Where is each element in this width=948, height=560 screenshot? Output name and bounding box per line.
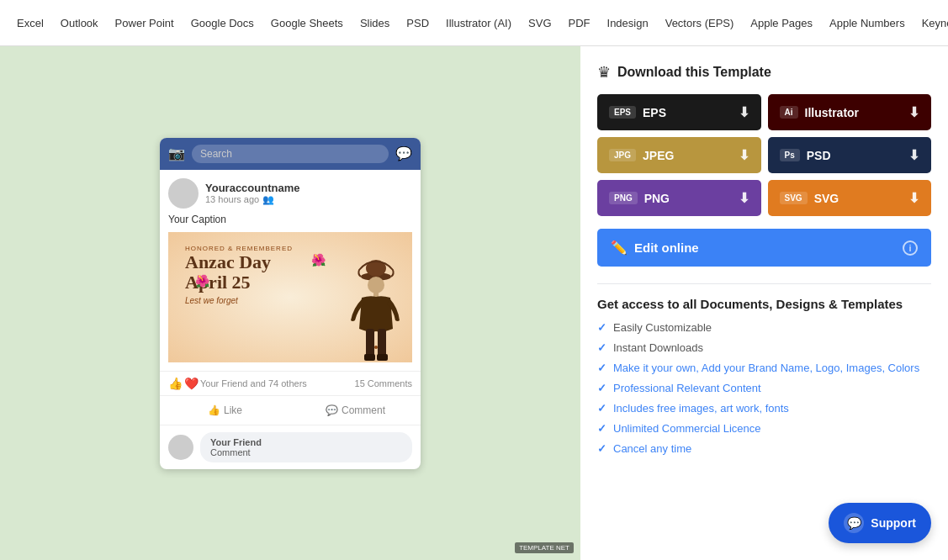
download-psd-button[interactable]: Ps PSD ⬇	[768, 137, 932, 173]
preview-area: 📷 Search 💬 Youraccountname 13 hours ago …	[0, 46, 580, 560]
nav-item-google-sheets[interactable]: Google Sheets	[262, 0, 352, 46]
check-icon: ✓	[597, 362, 606, 374]
comment-button[interactable]: 💬 Comment	[290, 399, 421, 421]
check-icon: ✓	[597, 422, 606, 435]
svg-rect-7	[377, 354, 388, 361]
fb-search[interactable]: Search	[192, 145, 389, 163]
download-icon: ⬇	[739, 190, 749, 206]
anzac-text: Honored & Remembered 🌺 Anzac Day April 2…	[185, 245, 293, 305]
nav-item-apple-numbers[interactable]: Apple Numbers	[821, 0, 914, 46]
fb-reactions: 👍 ❤️ Your Friend and 74 others 15 Commen…	[160, 371, 421, 396]
list-item: ✓ Cancel any time	[597, 442, 931, 455]
list-item: ✓ Includes free images, art work, fonts	[597, 402, 931, 415]
svg-point-8	[374, 346, 378, 349]
fb-username: Youraccountname	[205, 182, 299, 194]
check-icon: ✓	[597, 382, 606, 394]
anzac-image: Honored & Remembered 🌺 Anzac Day April 2…	[168, 232, 412, 362]
love-reaction-icon: ❤️	[184, 377, 199, 390]
right-panel: ♛ Download this Template EPS EPS ⬇ Ai Il…	[580, 46, 948, 560]
svg-point-2	[368, 277, 384, 293]
anzac-subtitle: Lest we forget	[185, 296, 293, 305]
avatar	[168, 178, 199, 209]
list-item: ✓ Professional Relevant Content	[597, 382, 931, 394]
nav-item-powerpoint[interactable]: Power Point	[107, 0, 183, 46]
list-item: ✓ Unlimited Commercial Licence	[597, 422, 931, 435]
comment-icon: 💬	[326, 404, 338, 416]
poppy-right-icon: 🌺	[311, 253, 326, 267]
nav-item-google-docs[interactable]: Google Docs	[183, 0, 262, 46]
list-item: ✓ Instant Downloads	[597, 341, 931, 354]
download-svg-button[interactable]: SVG SVG ⬇	[768, 180, 932, 216]
access-title: Get access to all Documents, Designs & T…	[597, 297, 931, 311]
list-item: ✓ Make it your own, Add your Brand Name,…	[597, 362, 931, 374]
comment-box[interactable]: Your Friend Comment	[200, 432, 412, 462]
nav-item-excel[interactable]: Excel	[8, 0, 52, 46]
like-reaction-icon: 👍	[168, 377, 183, 390]
nav-item-apple-pages[interactable]: Apple Pages	[742, 0, 821, 46]
nav-item-pdf[interactable]: PDF	[560, 0, 599, 46]
download-jpeg-button[interactable]: JPG JPEG ⬇	[597, 137, 761, 173]
nav-item-svg[interactable]: SVG	[520, 0, 559, 46]
nav-item-keynote[interactable]: Keynote	[914, 0, 948, 46]
fb-actions: 👍 Like 💬 Comment	[160, 396, 421, 425]
thumb-icon: 👍	[208, 404, 220, 416]
like-button[interactable]: 👍 Like	[160, 399, 290, 421]
divider	[597, 283, 931, 284]
download-icon: ⬇	[739, 104, 749, 120]
camera-icon: 📷	[168, 145, 185, 161]
download-eps-button[interactable]: EPS EPS ⬇	[597, 94, 761, 130]
fb-caption: Your Caption	[168, 214, 412, 225]
download-png-button[interactable]: PNG PNG ⬇	[597, 180, 761, 216]
support-button[interactable]: 💬 Support	[829, 503, 931, 543]
nav-item-psd[interactable]: PSD	[398, 0, 437, 46]
svg-rect-5	[378, 329, 386, 358]
download-illustrator-button[interactable]: Ai Illustrator ⬇	[768, 94, 932, 130]
pencil-icon: ✏️	[611, 240, 628, 256]
nav-item-vectors[interactable]: Vectors (EPS)	[657, 0, 743, 46]
feature-list: ✓ Easily Customizable ✓ Instant Download…	[597, 321, 931, 455]
list-item: ✓ Easily Customizable	[597, 321, 931, 334]
download-title: Download this Template	[617, 65, 771, 80]
info-icon: i	[903, 240, 918, 256]
fb-header: 📷 Search 💬	[160, 138, 421, 170]
svg-rect-6	[364, 354, 375, 361]
svg-rect-4	[366, 329, 374, 358]
nav-item-slides[interactable]: Slides	[352, 0, 398, 46]
fb-time: 13 hours ago 👥	[205, 194, 299, 205]
download-header: ♛ Download this Template	[597, 63, 931, 82]
edit-online-button[interactable]: ✏️ Edit online i	[597, 229, 931, 267]
check-icon: ✓	[597, 442, 606, 455]
messenger-icon: 💬	[395, 145, 412, 161]
download-icon: ⬇	[908, 104, 919, 120]
check-icon: ✓	[597, 321, 606, 334]
nav-item-indesign[interactable]: Indesign	[599, 0, 657, 46]
download-icon: ⬇	[739, 147, 749, 163]
nav-item-illustrator[interactable]: Illustrator (AI)	[437, 0, 520, 46]
template-badge: TEMPLATE NET	[515, 542, 574, 553]
facebook-mockup: 📷 Search 💬 Youraccountname 13 hours ago …	[160, 138, 421, 469]
fb-comment-row: Your Friend Comment	[160, 425, 421, 469]
check-icon: ✓	[597, 341, 606, 354]
download-grid: EPS EPS ⬇ Ai Illustrator ⬇ JPG JPEG ⬇	[597, 94, 931, 216]
fb-user-row: Youraccountname 13 hours ago 👥	[168, 178, 412, 209]
navbar: ExcelOutlookPower PointGoogle DocsGoogle…	[0, 0, 948, 46]
fb-post: Youraccountname 13 hours ago 👥 Your Capt…	[160, 170, 421, 371]
download-icon: ⬇	[908, 147, 919, 163]
crown-icon: ♛	[597, 63, 611, 82]
check-icon: ✓	[597, 402, 606, 415]
poppy-left-icon: 🌺	[195, 274, 209, 288]
soldier-silhouette	[341, 253, 400, 362]
commenter-avatar	[168, 435, 193, 460]
support-icon: 💬	[847, 516, 861, 530]
main-layout: 📷 Search 💬 Youraccountname 13 hours ago …	[0, 46, 948, 560]
download-icon: ⬇	[908, 190, 919, 206]
nav-item-outlook[interactable]: Outlook	[52, 0, 107, 46]
